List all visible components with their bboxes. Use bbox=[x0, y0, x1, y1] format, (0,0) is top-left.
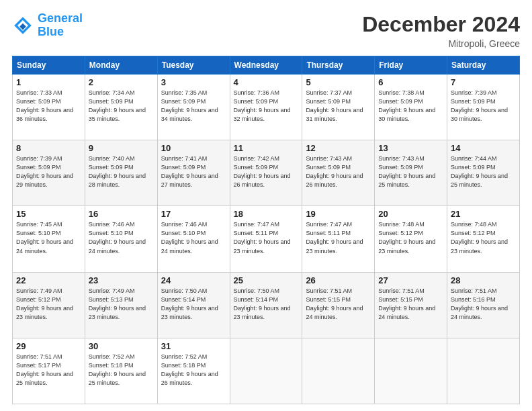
day-detail: Sunrise: 7:40 AM Sunset: 5:09 PM Dayligh… bbox=[89, 154, 154, 189]
calendar-cell: 21Sunrise: 7:48 AM Sunset: 5:12 PM Dayli… bbox=[447, 206, 520, 272]
weekday-header-tuesday: Tuesday bbox=[157, 56, 230, 75]
day-number: 4 bbox=[234, 77, 299, 87]
header: General Blue December 2024 Mitropoli, Gr… bbox=[12, 12, 520, 49]
day-detail: Sunrise: 7:35 AM Sunset: 5:09 PM Dayligh… bbox=[161, 89, 226, 124]
day-detail: Sunrise: 7:43 AM Sunset: 5:09 PM Dayligh… bbox=[378, 154, 443, 189]
day-number: 25 bbox=[234, 275, 299, 285]
weekday-header-wednesday: Wednesday bbox=[230, 56, 302, 75]
calendar-cell: 3Sunrise: 7:35 AM Sunset: 5:09 PM Daylig… bbox=[157, 75, 230, 140]
calendar-cell: 17Sunrise: 7:46 AM Sunset: 5:10 PM Dayli… bbox=[157, 206, 230, 272]
day-number: 23 bbox=[89, 275, 154, 285]
calendar-cell bbox=[230, 338, 302, 404]
logo-blue: Blue bbox=[38, 25, 64, 38]
calendar-cell: 30Sunrise: 7:52 AM Sunset: 5:18 PM Dayli… bbox=[85, 338, 157, 404]
day-number: 9 bbox=[89, 143, 154, 153]
day-detail: Sunrise: 7:37 AM Sunset: 5:09 PM Dayligh… bbox=[306, 89, 371, 124]
day-detail: Sunrise: 7:33 AM Sunset: 5:09 PM Dayligh… bbox=[16, 89, 81, 124]
day-number: 6 bbox=[378, 77, 443, 87]
day-detail: Sunrise: 7:48 AM Sunset: 5:12 PM Dayligh… bbox=[451, 220, 516, 255]
calendar-cell bbox=[302, 338, 375, 404]
weekday-header-saturday: Saturday bbox=[447, 56, 520, 75]
weekday-header-monday: Monday bbox=[85, 56, 157, 75]
calendar-cell: 12Sunrise: 7:43 AM Sunset: 5:09 PM Dayli… bbox=[302, 140, 375, 206]
weekday-header-sunday: Sunday bbox=[13, 56, 85, 75]
calendar-cell: 19Sunrise: 7:47 AM Sunset: 5:11 PM Dayli… bbox=[302, 206, 375, 272]
calendar-cell: 26Sunrise: 7:51 AM Sunset: 5:15 PM Dayli… bbox=[302, 272, 375, 338]
logo-icon bbox=[12, 15, 34, 36]
calendar-week-row: 29Sunrise: 7:51 AM Sunset: 5:17 PM Dayli… bbox=[13, 338, 520, 404]
day-number: 11 bbox=[234, 143, 299, 153]
calendar-cell: 22Sunrise: 7:49 AM Sunset: 5:12 PM Dayli… bbox=[13, 272, 85, 338]
calendar-cell bbox=[447, 338, 520, 404]
calendar-cell: 5Sunrise: 7:37 AM Sunset: 5:09 PM Daylig… bbox=[302, 75, 375, 140]
title-block: December 2024 Mitropoli, Greece bbox=[362, 12, 520, 49]
calendar-week-row: 22Sunrise: 7:49 AM Sunset: 5:12 PM Dayli… bbox=[13, 272, 520, 338]
calendar-cell: 23Sunrise: 7:49 AM Sunset: 5:13 PM Dayli… bbox=[85, 272, 157, 338]
calendar-cell: 6Sunrise: 7:38 AM Sunset: 5:09 PM Daylig… bbox=[375, 75, 447, 140]
location: Mitropoli, Greece bbox=[362, 38, 520, 49]
day-number: 17 bbox=[161, 209, 226, 219]
calendar-cell: 8Sunrise: 7:39 AM Sunset: 5:09 PM Daylig… bbox=[13, 140, 85, 206]
calendar-cell: 25Sunrise: 7:50 AM Sunset: 5:14 PM Dayli… bbox=[230, 272, 302, 338]
calendar-week-row: 8Sunrise: 7:39 AM Sunset: 5:09 PM Daylig… bbox=[13, 140, 520, 206]
logo-general: General bbox=[38, 11, 83, 25]
day-number: 10 bbox=[161, 143, 226, 153]
calendar-cell: 27Sunrise: 7:51 AM Sunset: 5:15 PM Dayli… bbox=[375, 272, 447, 338]
day-detail: Sunrise: 7:49 AM Sunset: 5:12 PM Dayligh… bbox=[16, 287, 81, 322]
calendar-cell bbox=[375, 338, 447, 404]
month-title: December 2024 bbox=[362, 12, 520, 37]
day-detail: Sunrise: 7:52 AM Sunset: 5:18 PM Dayligh… bbox=[161, 353, 226, 387]
day-number: 20 bbox=[378, 209, 443, 219]
day-detail: Sunrise: 7:51 AM Sunset: 5:15 PM Dayligh… bbox=[306, 287, 371, 322]
logo: General Blue bbox=[12, 12, 83, 39]
day-number: 28 bbox=[451, 275, 516, 285]
calendar-cell: 28Sunrise: 7:51 AM Sunset: 5:16 PM Dayli… bbox=[447, 272, 520, 338]
day-detail: Sunrise: 7:46 AM Sunset: 5:10 PM Dayligh… bbox=[89, 220, 154, 255]
weekday-header-thursday: Thursday bbox=[302, 56, 375, 75]
calendar-cell: 24Sunrise: 7:50 AM Sunset: 5:14 PM Dayli… bbox=[157, 272, 230, 338]
calendar-cell: 10Sunrise: 7:41 AM Sunset: 5:09 PM Dayli… bbox=[157, 140, 230, 206]
day-detail: Sunrise: 7:43 AM Sunset: 5:09 PM Dayligh… bbox=[306, 154, 371, 189]
day-detail: Sunrise: 7:38 AM Sunset: 5:09 PM Dayligh… bbox=[378, 89, 443, 124]
day-detail: Sunrise: 7:45 AM Sunset: 5:10 PM Dayligh… bbox=[16, 220, 81, 255]
day-detail: Sunrise: 7:51 AM Sunset: 5:16 PM Dayligh… bbox=[451, 287, 516, 322]
logo-text: General Blue bbox=[38, 12, 83, 39]
calendar-cell: 20Sunrise: 7:48 AM Sunset: 5:12 PM Dayli… bbox=[375, 206, 447, 272]
day-detail: Sunrise: 7:44 AM Sunset: 5:09 PM Dayligh… bbox=[451, 154, 516, 189]
calendar-cell: 9Sunrise: 7:40 AM Sunset: 5:09 PM Daylig… bbox=[85, 140, 157, 206]
calendar-cell: 11Sunrise: 7:42 AM Sunset: 5:09 PM Dayli… bbox=[230, 140, 302, 206]
calendar-header-row: SundayMondayTuesdayWednesdayThursdayFrid… bbox=[13, 56, 520, 75]
day-detail: Sunrise: 7:41 AM Sunset: 5:09 PM Dayligh… bbox=[161, 154, 226, 189]
day-detail: Sunrise: 7:49 AM Sunset: 5:13 PM Dayligh… bbox=[89, 287, 154, 322]
calendar-cell: 4Sunrise: 7:36 AM Sunset: 5:09 PM Daylig… bbox=[230, 75, 302, 140]
day-number: 1 bbox=[16, 77, 81, 87]
calendar-cell: 14Sunrise: 7:44 AM Sunset: 5:09 PM Dayli… bbox=[447, 140, 520, 206]
day-number: 8 bbox=[16, 143, 81, 153]
day-number: 15 bbox=[16, 209, 81, 219]
day-number: 12 bbox=[306, 143, 371, 153]
day-detail: Sunrise: 7:48 AM Sunset: 5:12 PM Dayligh… bbox=[378, 220, 443, 255]
calendar-cell: 13Sunrise: 7:43 AM Sunset: 5:09 PM Dayli… bbox=[375, 140, 447, 206]
weekday-header-friday: Friday bbox=[375, 56, 447, 75]
calendar-cell: 18Sunrise: 7:47 AM Sunset: 5:11 PM Dayli… bbox=[230, 206, 302, 272]
calendar-cell: 16Sunrise: 7:46 AM Sunset: 5:10 PM Dayli… bbox=[85, 206, 157, 272]
day-detail: Sunrise: 7:39 AM Sunset: 5:09 PM Dayligh… bbox=[16, 154, 81, 189]
day-detail: Sunrise: 7:47 AM Sunset: 5:11 PM Dayligh… bbox=[306, 220, 371, 255]
day-detail: Sunrise: 7:36 AM Sunset: 5:09 PM Dayligh… bbox=[234, 89, 299, 124]
day-detail: Sunrise: 7:34 AM Sunset: 5:09 PM Dayligh… bbox=[89, 89, 154, 124]
calendar-cell: 29Sunrise: 7:51 AM Sunset: 5:17 PM Dayli… bbox=[13, 338, 85, 404]
day-number: 29 bbox=[16, 341, 81, 351]
calendar-cell: 7Sunrise: 7:39 AM Sunset: 5:09 PM Daylig… bbox=[447, 75, 520, 140]
calendar-table: SundayMondayTuesdayWednesdayThursdayFrid… bbox=[12, 56, 520, 404]
day-number: 22 bbox=[16, 275, 81, 285]
day-detail: Sunrise: 7:39 AM Sunset: 5:09 PM Dayligh… bbox=[451, 89, 516, 124]
calendar-cell: 31Sunrise: 7:52 AM Sunset: 5:18 PM Dayli… bbox=[157, 338, 230, 404]
day-number: 16 bbox=[89, 209, 154, 219]
page: General Blue December 2024 Mitropoli, Gr… bbox=[0, 0, 532, 411]
day-number: 13 bbox=[378, 143, 443, 153]
day-detail: Sunrise: 7:52 AM Sunset: 5:18 PM Dayligh… bbox=[89, 353, 154, 387]
calendar-cell: 2Sunrise: 7:34 AM Sunset: 5:09 PM Daylig… bbox=[85, 75, 157, 140]
day-number: 31 bbox=[161, 341, 226, 351]
day-detail: Sunrise: 7:51 AM Sunset: 5:15 PM Dayligh… bbox=[378, 287, 443, 322]
calendar-cell: 15Sunrise: 7:45 AM Sunset: 5:10 PM Dayli… bbox=[13, 206, 85, 272]
